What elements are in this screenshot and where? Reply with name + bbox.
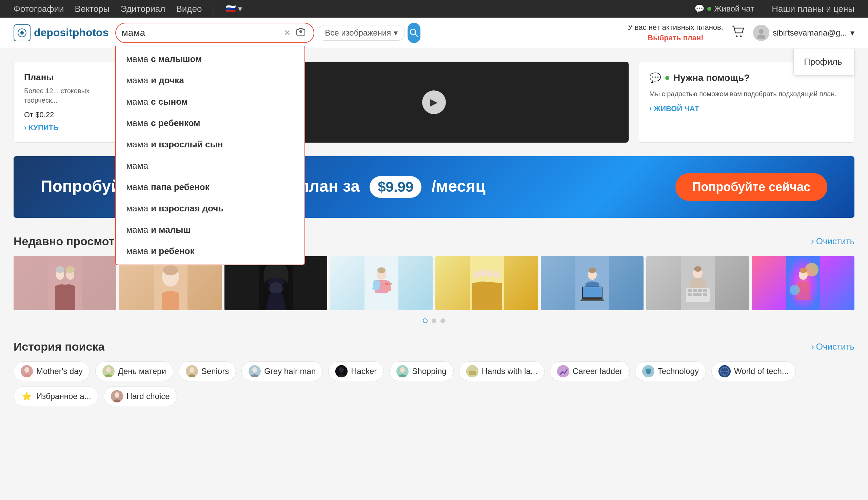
filter-label: Все изображения: [325, 28, 391, 37]
profile-link[interactable]: Профиль: [804, 54, 844, 70]
history-chip-label: World of tech...: [734, 366, 789, 376]
history-chip-icon-9: [642, 365, 654, 377]
autocomplete-suffix: и дочка: [151, 75, 184, 86]
user-avatar: [753, 25, 769, 41]
autocomplete-item-3[interactable]: мама с сыном: [116, 91, 304, 113]
svg-point-12: [66, 266, 75, 273]
video-play-button[interactable]: ▶: [422, 90, 446, 114]
recent-image-1[interactable]: [13, 256, 116, 310]
history-chip-grey-hair[interactable]: Grey hair man: [242, 362, 323, 381]
pagination-dot-1[interactable]: [423, 318, 427, 323]
autocomplete-suffix: и малыш: [151, 225, 191, 235]
filter-dropdown-button[interactable]: Все изображения ▾: [318, 25, 405, 41]
chevron-right-icon: ›: [811, 341, 814, 352]
search-container: ✕ Все изображения ▾ мама с малышом: [115, 23, 421, 43]
nav-vectors[interactable]: Векторы: [75, 4, 110, 14]
logo-icon: [13, 24, 31, 41]
history-chip-icon-4: [248, 365, 261, 377]
camera-search-button[interactable]: [293, 25, 308, 40]
nav-editorial[interactable]: Эдиториал: [120, 4, 165, 14]
chat-icon: 💬: [694, 4, 704, 13]
chevron-right-icon: ›: [811, 236, 814, 247]
history-chip-hacker[interactable]: Hacker: [328, 362, 384, 381]
autocomplete-item-7[interactable]: мама папа ребенок: [116, 177, 304, 198]
history-chip-technology[interactable]: Technology: [635, 362, 706, 381]
search-button[interactable]: [408, 23, 421, 43]
svg-point-11: [56, 266, 64, 273]
autocomplete-prefix: мама: [126, 203, 148, 214]
nav-divider: |: [213, 4, 215, 14]
search-history-items: Mother's day День матери Seniors Grey ha…: [13, 362, 855, 406]
autocomplete-item-1[interactable]: мама с малышом: [116, 48, 304, 70]
search-clear-button[interactable]: ✕: [281, 27, 293, 39]
autocomplete-item-6[interactable]: мама: [116, 155, 304, 177]
pagination-dot-3[interactable]: [441, 318, 445, 323]
buy-label: КУПИТЬ: [29, 123, 59, 132]
plan-notice: У вас нет активных планов. Выбрать план!: [628, 22, 723, 43]
cart-button[interactable]: [731, 25, 745, 40]
autocomplete-suffix: и взрослый сын: [151, 139, 223, 150]
search-input[interactable]: [121, 27, 281, 38]
autocomplete-item-5[interactable]: мама и взрослый сын: [116, 134, 304, 155]
header: depositphotos ✕ Все изображения ▾: [0, 18, 868, 48]
autocomplete-prefix: мама: [126, 96, 148, 107]
autocomplete-item-2[interactable]: мама и дочка: [116, 70, 304, 91]
svg-point-15: [163, 265, 178, 275]
search-history-clear-link[interactable]: › Очистить: [811, 341, 855, 352]
history-chip-world-of-tech[interactable]: World of tech...: [711, 362, 796, 381]
svg-point-57: [339, 367, 344, 373]
svg-point-58: [400, 367, 405, 373]
history-clear-label: Очистить: [816, 341, 855, 352]
svg-rect-60: [469, 371, 476, 375]
autocomplete-item-10[interactable]: мама и ребенок: [116, 240, 304, 262]
chat-link-label: ЖИВОЙ ЧАТ: [654, 104, 699, 113]
pagination-dots: [13, 318, 855, 323]
autocomplete-prefix: мама: [126, 225, 148, 235]
promo-try-button[interactable]: Попробуйте сейчас: [676, 173, 827, 201]
history-chip-seniors[interactable]: Seniors: [179, 362, 236, 381]
recent-image-4[interactable]: SALE: [330, 256, 433, 310]
choose-plan-link[interactable]: Выбрать план!: [648, 34, 703, 42]
autocomplete-item-9[interactable]: мама и малыш: [116, 219, 304, 240]
svg-rect-40: [693, 289, 697, 292]
recent-image-5[interactable]: [435, 256, 538, 310]
recent-image-6[interactable]: [541, 256, 644, 310]
recently-viewed-clear-link[interactable]: › Очистить: [811, 236, 855, 247]
nav-photos[interactable]: Фотографии: [13, 4, 64, 14]
history-chip-label: Grey hair man: [264, 366, 316, 376]
search-box: ✕: [115, 23, 314, 43]
history-chip-mothers-day[interactable]: Mother's day: [13, 362, 90, 381]
nav-video[interactable]: Видео: [176, 4, 202, 14]
pagination-dot-2[interactable]: [432, 318, 436, 323]
svg-rect-41: [698, 289, 702, 292]
svg-point-5: [740, 35, 742, 37]
recent-image-8[interactable]: [752, 256, 855, 310]
history-chip-icon-2: [102, 365, 115, 377]
recent-image-7[interactable]: [646, 256, 749, 310]
history-chip-shopping[interactable]: Shopping: [389, 362, 453, 381]
autocomplete-item-8[interactable]: мама и взрослая дочь: [116, 198, 304, 219]
autocomplete-suffix: и взрослая дочь: [151, 203, 223, 214]
history-chip-career[interactable]: Career ladder: [550, 362, 630, 381]
history-chip-hard-choice[interactable]: Hard choice: [104, 387, 177, 406]
svg-point-46: [694, 266, 702, 272]
history-chip-favorites[interactable]: ⭐ Избранное а...: [13, 387, 98, 406]
logo-text: depositphotos: [34, 26, 109, 39]
history-chip-label: Career ladder: [573, 366, 623, 376]
svg-point-24: [377, 267, 386, 273]
svg-point-35: [589, 268, 596, 273]
help-title-text: Нужна помощь?: [674, 72, 750, 83]
svg-rect-61: [557, 365, 569, 377]
nav-plans[interactable]: Наши планы и цены: [772, 4, 855, 14]
live-chat-link[interactable]: › ЖИВОЙ ЧАТ: [649, 104, 844, 113]
user-account-button[interactable]: sibirtsevamaria@g... ▾: [753, 25, 855, 41]
autocomplete-prefix: мама: [126, 118, 148, 128]
history-chip-den-materi[interactable]: День матери: [95, 362, 173, 381]
history-chip-hands[interactable]: Hands with la...: [459, 362, 545, 381]
live-chat-indicator[interactable]: 💬 Живой чат: [694, 4, 754, 13]
svg-rect-22: [372, 280, 380, 291]
svg-text:SALE: SALE: [385, 283, 392, 286]
language-selector[interactable]: 🇷🇺 ▾: [226, 4, 242, 13]
autocomplete-item-4[interactable]: мама с ребенком: [116, 113, 304, 134]
logo[interactable]: depositphotos: [13, 24, 109, 41]
